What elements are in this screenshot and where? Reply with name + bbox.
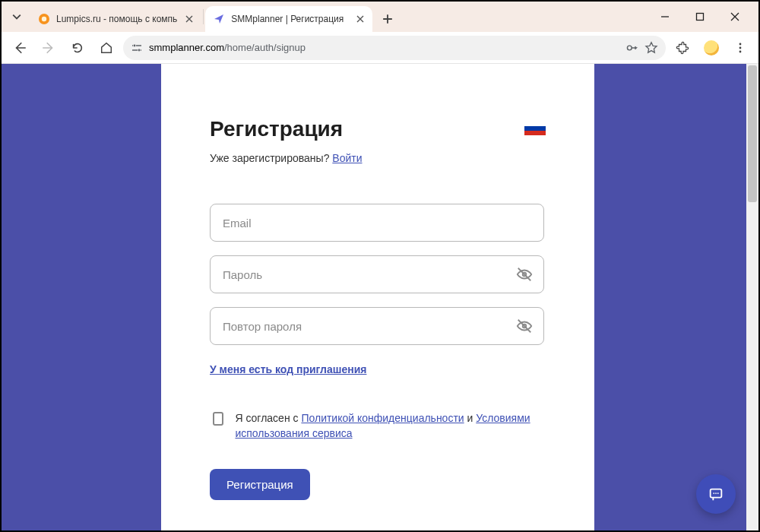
kebab-icon [734,42,746,54]
tab-title: Lumpics.ru - помощь с компь [56,14,177,24]
password-field-wrapper [210,255,544,293]
svg-point-7 [739,46,742,49]
eye-off-icon [516,318,533,334]
tab-strip: Lumpics.ru - помощь с компь SMMplanner |… [2,2,758,32]
new-tab-button[interactable] [377,8,398,30]
panel-header: Регистрация [210,117,546,141]
close-icon [185,15,193,23]
arrow-right-icon [42,41,55,55]
bookmark-button[interactable] [644,41,658,55]
tab-smmplanner[interactable]: SMMplanner | Регистрация [205,6,372,32]
consent-prefix: Я согласен с [235,412,301,424]
login-link[interactable]: Войти [332,152,362,164]
svg-point-8 [739,50,742,52]
consent-text: Я согласен с Политикой конфиденциальност… [235,410,544,442]
consent-row: Я согласен с Политикой конфиденциальност… [210,410,544,442]
tab-title: SMMplanner | Регистрация [231,14,348,24]
password-repeat-field-wrapper [210,307,544,345]
close-window-button[interactable] [717,2,752,32]
url-host: smmplanner.com [149,42,224,53]
close-icon [730,12,739,21]
close-icon [356,15,364,23]
home-icon [100,41,113,55]
consent-checkbox[interactable] [213,412,223,426]
language-flag-ru[interactable] [524,122,546,135]
svg-point-6 [739,43,742,45]
scrollbar-track [746,204,758,530]
consent-and: и [464,412,477,424]
site-settings-icon[interactable] [131,42,143,54]
svg-point-4 [138,49,141,51]
window-controls [648,2,752,32]
profile-extension-button[interactable] [699,36,724,60]
password-key-icon[interactable] [625,41,638,55]
svg-point-1 [42,17,46,21]
tab-close-button[interactable] [354,13,366,25]
signup-panel: Регистрация Уже зарегистрированы? Войти [161,64,594,530]
page-left-band [2,64,161,530]
maximize-icon [695,12,705,21]
svg-rect-9 [524,122,546,126]
chat-fab[interactable] [696,474,736,514]
extension-badge-icon [704,40,719,55]
back-button[interactable] [8,36,32,60]
lumpics-favicon [38,13,50,25]
svg-rect-2 [697,14,704,21]
plus-icon [382,14,393,24]
svg-point-3 [134,44,136,46]
submit-button[interactable]: Регистрация [210,469,310,500]
toggle-password-visibility[interactable] [516,266,533,283]
reload-icon [71,41,84,55]
password-repeat-field[interactable] [221,319,510,334]
eye-off-icon [516,266,533,283]
toolbar: smmplanner.com/home/auth/signup [2,32,758,64]
signup-form: У меня есть код приглашения Я согласен с… [210,204,544,500]
puzzle-icon [676,41,689,55]
tabs-dropdown-button[interactable] [6,6,27,27]
minimize-button[interactable] [648,2,682,32]
url-text: smmplanner.com/home/auth/signup [149,42,619,53]
maximize-button[interactable] [682,2,717,32]
svg-point-15 [713,492,714,494]
tab-separator [203,9,204,24]
toggle-password-repeat-visibility[interactable] [516,318,533,334]
url-path: /home/auth/signup [224,42,306,53]
page-viewport: Регистрация Уже зарегистрированы? Войти [2,64,758,530]
home-button[interactable] [94,36,119,60]
reload-button[interactable] [65,36,90,60]
arrow-left-icon [13,41,27,55]
tab-close-button[interactable] [183,13,195,25]
svg-rect-11 [524,131,546,135]
forward-button[interactable] [36,36,61,60]
chevron-down-icon [12,12,21,21]
page-right-band [594,64,746,530]
vertical-scrollbar[interactable] [746,64,758,530]
already-registered-line: Уже зарегистрированы? Войти [210,152,546,164]
svg-point-16 [715,492,717,494]
privacy-policy-link[interactable]: Политикой конфиденциальности [301,412,464,424]
email-field[interactable] [221,216,533,230]
password-field[interactable] [221,268,510,282]
menu-button[interactable] [728,36,752,60]
svg-point-17 [717,492,719,494]
chat-icon [708,486,724,502]
email-field-wrapper [210,204,544,242]
invite-code-link[interactable]: У меня есть код приглашения [210,363,544,375]
browser-window: Lumpics.ru - помощь с компь SMMplanner |… [2,2,758,530]
already-text: Уже зарегистрированы? [210,152,332,164]
tab-lumpics[interactable]: Lumpics.ru - помощь с компь [30,6,201,32]
minimize-icon [660,12,670,21]
address-bar[interactable]: smmplanner.com/home/auth/signup [123,36,666,60]
svg-point-5 [627,46,632,50]
svg-rect-10 [524,126,546,131]
smmplanner-favicon [213,13,225,25]
extensions-button[interactable] [670,36,695,60]
page-title: Регистрация [210,117,343,141]
scrollbar-thumb[interactable] [748,65,757,202]
